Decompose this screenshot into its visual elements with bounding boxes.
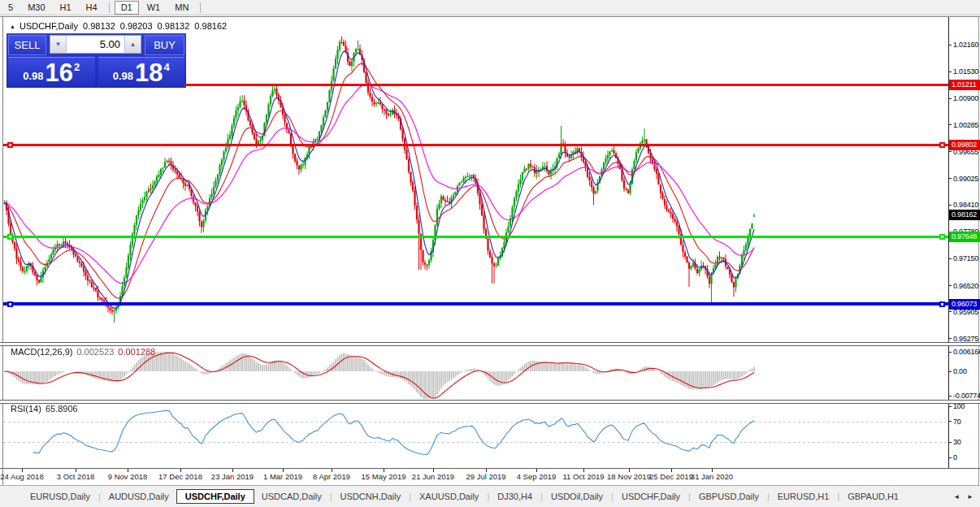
price-label: 0.96520: [953, 282, 978, 290]
timeframe-button-m30[interactable]: M30: [21, 1, 51, 15]
bid-pips: 16: [46, 62, 73, 85]
level-line-handle[interactable]: [939, 142, 945, 148]
price-label: 0.99025: [953, 175, 978, 183]
date-label: 25 Dec 2019: [649, 472, 693, 481]
rsi-panel-splitter[interactable]: [0, 400, 980, 404]
timeframe-button-mn[interactable]: MN: [168, 1, 195, 15]
level-line-handle[interactable]: [939, 234, 945, 240]
buy-button[interactable]: BUY: [145, 35, 184, 55]
timeframe-button-d1[interactable]: D1: [115, 1, 139, 15]
level-line-handle[interactable]: [7, 234, 13, 240]
macd-label: 0.006166: [953, 348, 980, 356]
macd-label: 0.00: [953, 367, 967, 375]
tab-separator: |: [611, 492, 614, 501]
level-line-handle[interactable]: [7, 301, 13, 307]
rsi-tick: [948, 457, 952, 458]
tab-eurusd-daily[interactable]: EURUSD,Daily: [23, 489, 98, 504]
one-click-trade-panel: SELL ▼ 5.00 ▲ BUY 0.98 16 2 0.98 18 4: [7, 33, 186, 88]
date-label: 8 Apr 2019: [313, 472, 350, 481]
macd-name: MACD(12,26,9): [11, 347, 72, 357]
macd-tick: [948, 396, 952, 396]
rsi-tick: [948, 421, 952, 422]
price-label: 1.00900: [953, 94, 978, 102]
ask-point: 4: [164, 61, 170, 73]
tab-scroll-arrows: ◄►: [953, 493, 973, 500]
tab-eurusd-h1[interactable]: EURUSD,H1: [770, 489, 837, 504]
tab-usdchf-daily[interactable]: USDCHF,Daily: [176, 489, 254, 504]
level-price-tag: 1.01211: [949, 80, 980, 90]
tab-scroll-right-icon[interactable]: ►: [967, 493, 973, 500]
bid-price-button[interactable]: 0.98 16 2: [8, 57, 95, 86]
tab-separator: |: [767, 492, 770, 501]
tab-scroll-left-icon[interactable]: ◄: [953, 493, 960, 500]
collapse-arrow-icon[interactable]: ▲: [10, 24, 15, 29]
price-label: 1.01530: [953, 67, 978, 76]
price-label: 1.02160: [953, 41, 978, 49]
tab-separator: |: [540, 492, 543, 501]
date-label: 31 Jan 2020: [691, 472, 733, 481]
price-tick: [948, 338, 952, 339]
timeframe-button-h1[interactable]: H1: [54, 1, 78, 15]
tab-usdoil-daily[interactable]: USDOil,Daily: [544, 489, 610, 504]
horizontal-level-line-0.99802[interactable]: [3, 144, 948, 146]
toolbar-separator: [109, 2, 110, 13]
horizontal-level-line-0.97648[interactable]: [3, 236, 948, 238]
rsi-label: RSI(14)65.8906: [11, 404, 78, 414]
ask-prefix: 0.98: [113, 70, 133, 82]
volume-increase-button[interactable]: ▲: [124, 36, 141, 53]
rsi-value: 65.8906: [46, 404, 78, 414]
rsi-name: RSI(14): [11, 404, 41, 414]
volume-input[interactable]: 5.00: [67, 36, 124, 53]
price-tick: [948, 311, 952, 312]
timeframe-button-h4[interactable]: H4: [80, 1, 104, 15]
volume-spinner: ▼ 5.00 ▲: [50, 35, 141, 54]
date-label: 23 Jan 2019: [211, 472, 254, 481]
macd-signal-value: 0.001288: [118, 347, 155, 357]
price-tick: [948, 124, 952, 125]
date-label: 24 Aug 2018: [0, 472, 43, 481]
tab-xauusd-daily[interactable]: XAUUSD,Daily: [412, 489, 486, 504]
price-label: 1.00285: [953, 121, 978, 129]
price-tick: [948, 72, 952, 72]
tab-usdchf-daily[interactable]: USDCHF,Daily: [614, 489, 687, 504]
date-label: 18 Nov 2019: [607, 472, 651, 481]
tab-usdcad-daily[interactable]: USDCAD,Daily: [254, 489, 329, 504]
date-label: 11 Oct 2019: [562, 472, 604, 481]
price-tick: [948, 285, 952, 286]
rsi-tick: [948, 406, 952, 407]
horizontal-level-line-0.96073[interactable]: [3, 302, 948, 306]
ask-price-button[interactable]: 0.98 18 4: [98, 57, 185, 86]
timeframe-button-5[interactable]: 5: [2, 1, 20, 15]
tab-separator: |: [837, 492, 839, 501]
date-label: 21 Jun 2019: [412, 472, 454, 481]
volume-decrease-button[interactable]: ▼: [50, 36, 67, 53]
date-label: 1 Mar 2019: [263, 472, 302, 481]
price-tick: [948, 205, 952, 206]
symbol-tab-bar: EURUSD,Daily|AUDUSD,DailyUSDCHF,DailyUSD…: [0, 485, 980, 507]
level-line-handle[interactable]: [939, 301, 945, 307]
bid-prefix: 0.98: [23, 70, 43, 82]
macd-label: -0.00774: [953, 392, 980, 400]
bid-point: 2: [74, 61, 80, 73]
rsi-label: 30: [953, 438, 961, 446]
sell-button[interactable]: SELL: [8, 35, 46, 55]
tab-audusd-daily[interactable]: AUDUSD,Daily: [102, 489, 176, 504]
horizontal-level-line-1.01211[interactable]: [184, 84, 948, 86]
price-label: 0.98410: [953, 201, 978, 209]
macd-panel-splitter[interactable]: [0, 342, 980, 346]
tab-dj30-h4[interactable]: DJ30,H4: [490, 489, 540, 504]
timeframe-button-w1[interactable]: W1: [141, 1, 167, 15]
tab-separator: |: [98, 492, 101, 501]
price-tick: [948, 45, 952, 46]
level-price-tag: 0.97648: [949, 232, 980, 242]
price-tick: [948, 98, 952, 99]
level-line-handle[interactable]: [7, 142, 13, 148]
price-tick: [948, 258, 952, 259]
tab-gbpaud-h1[interactable]: GBPAUD,H1: [840, 489, 906, 504]
current-price-tag: 0.98162: [949, 210, 980, 220]
tab-gbpusd-daily[interactable]: GBPUSD,Daily: [692, 489, 766, 504]
tab-usdcnh-daily[interactable]: USDCNH,Daily: [333, 489, 409, 504]
ohlc-high: 0.98203: [120, 21, 153, 31]
date-label: 29 Jul 2019: [466, 472, 505, 481]
price-tick: [948, 151, 952, 152]
